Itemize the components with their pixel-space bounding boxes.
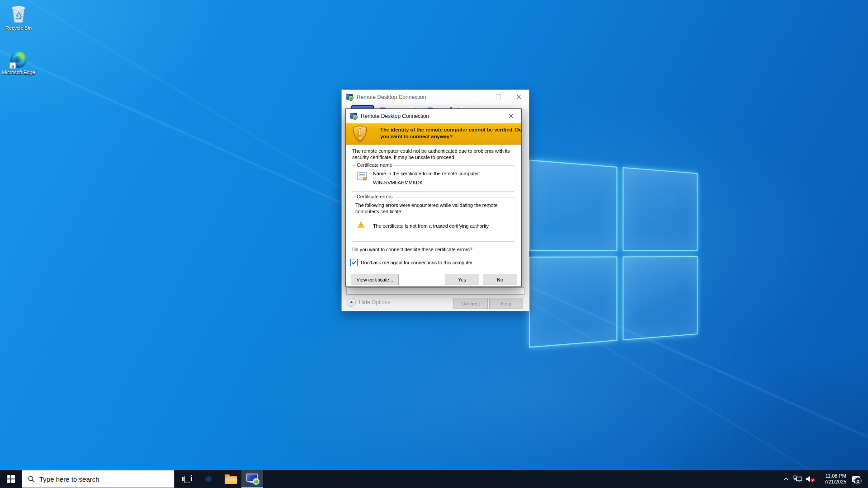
warning-shield-icon bbox=[352, 125, 368, 144]
close-icon bbox=[516, 94, 521, 99]
network-tray-icon[interactable] bbox=[792, 470, 804, 488]
windows-logo-pane bbox=[623, 256, 698, 340]
maximize-icon bbox=[496, 94, 501, 99]
help-button: Help bbox=[489, 298, 523, 309]
warning-heading-line1: The identity of the remote computer cann… bbox=[380, 127, 522, 133]
no-button[interactable]: No bbox=[483, 274, 517, 285]
window-title: Remote Desktop Connection bbox=[357, 94, 426, 100]
dialog-close-button[interactable] bbox=[501, 109, 521, 123]
show-hidden-icons-button[interactable] bbox=[781, 470, 792, 488]
hide-options-button[interactable]: Hide Options bbox=[347, 298, 390, 307]
clock-date: 7/21/2025 bbox=[824, 479, 846, 485]
certificate-warning-dialog: Remote Desktop Connection The identity o… bbox=[345, 108, 522, 287]
windows-logo-pane bbox=[529, 160, 617, 251]
warning-heading: The identity of the remote computer cann… bbox=[380, 127, 522, 140]
minimize-icon bbox=[476, 97, 481, 97]
desktop-icon-recycle-bin[interactable]: Recycle Bin bbox=[1, 4, 36, 31]
shortcut-arrow-icon bbox=[9, 62, 16, 69]
certificate-errors-description: The following errors were encountered wh… bbox=[355, 202, 510, 215]
chevron-up-circle-icon bbox=[347, 298, 356, 307]
chevron-up-icon bbox=[783, 477, 789, 481]
task-view-icon bbox=[182, 475, 192, 483]
checkbox-label: Don't ask me again for connections to th… bbox=[361, 260, 473, 265]
no-label: No bbox=[497, 277, 503, 282]
connect-button: Connect bbox=[453, 298, 488, 309]
clock-time: 11:08 PM bbox=[826, 473, 846, 479]
certificate-name-group: Certificate name Name in the certificate… bbox=[351, 165, 515, 192]
desktop-icon-label: Recycle Bin bbox=[1, 25, 36, 31]
desktop-icon-microsoft-edge[interactable]: Microsoft Edge bbox=[1, 48, 36, 75]
minimize-button[interactable] bbox=[468, 90, 488, 104]
view-certificate-label: View certificate... bbox=[356, 277, 393, 282]
file-explorer-icon bbox=[225, 474, 237, 484]
taskbar: Type here to search bbox=[0, 470, 868, 488]
search-placeholder: Type here to search bbox=[39, 475, 99, 483]
dialog-title: Remote Desktop Connection bbox=[361, 113, 429, 119]
windows-logo-pane bbox=[623, 167, 698, 251]
speaker-muted-icon bbox=[806, 475, 816, 483]
certificate-name-label: Name in the certificate from the remote … bbox=[373, 171, 480, 176]
edge-icon bbox=[203, 473, 215, 485]
start-button[interactable] bbox=[0, 470, 22, 488]
dialog-titlebar[interactable]: Remote Desktop Connection bbox=[346, 109, 521, 123]
search-icon bbox=[28, 475, 35, 483]
certificate-errors-group: Certificate errors The following errors … bbox=[351, 197, 515, 242]
taskbar-file-explorer-button[interactable] bbox=[220, 470, 241, 488]
group-label: Certificate name bbox=[355, 162, 394, 168]
dont-ask-again-checkbox-row[interactable]: Don't ask me again for connections to th… bbox=[350, 259, 473, 266]
network-icon bbox=[793, 475, 802, 483]
taskbar-clock[interactable]: 11:08 PM 7/21/2025 bbox=[817, 470, 847, 488]
warning-banner: The identity of the remote computer cann… bbox=[346, 123, 521, 145]
recycle-bin-icon bbox=[1, 4, 36, 23]
connect-question: Do you want to connect despite these cer… bbox=[352, 247, 472, 252]
taskbar-rdp-button-active[interactable] bbox=[241, 470, 263, 488]
connect-label: Connect bbox=[462, 301, 480, 306]
system-tray: 11:08 PM 7/21/2025 2 bbox=[781, 470, 868, 488]
edge-icon bbox=[1, 48, 36, 68]
desktop-icon-label: Microsoft Edge bbox=[1, 70, 36, 75]
warning-triangle-icon bbox=[357, 221, 365, 230]
view-certificate-button[interactable]: View certificate... bbox=[351, 274, 399, 285]
hide-options-label: Hide Options bbox=[359, 299, 390, 305]
yes-button[interactable]: Yes bbox=[445, 274, 479, 285]
yes-label: Yes bbox=[458, 277, 466, 282]
checkbox-checked-icon[interactable] bbox=[350, 259, 358, 266]
options-panel-edge bbox=[346, 287, 524, 295]
rdp-app-icon bbox=[346, 94, 354, 101]
task-view-button[interactable] bbox=[176, 470, 198, 488]
windows-logo bbox=[529, 160, 698, 347]
windows-start-icon bbox=[7, 475, 15, 483]
help-label: Help bbox=[501, 301, 511, 306]
maximize-button-disabled bbox=[488, 90, 509, 104]
certificate-name-value: WIN-RVM0AHMMKDK bbox=[373, 180, 423, 185]
close-button[interactable] bbox=[509, 90, 529, 104]
windows-logo-pane bbox=[529, 256, 617, 347]
notification-count-badge: 2 bbox=[854, 477, 862, 484]
taskbar-edge-button[interactable] bbox=[198, 470, 220, 488]
dialog-intro-text: The remote computer could not be authent… bbox=[352, 148, 515, 160]
action-center-button[interactable]: 2 bbox=[847, 470, 864, 488]
rdp-icon bbox=[246, 474, 259, 484]
warning-heading-line2: you want to connect anyway? bbox=[380, 133, 522, 140]
certificate-error-text: The certificate is not from a trusted ce… bbox=[373, 223, 490, 229]
close-icon bbox=[509, 113, 514, 118]
certificate-icon bbox=[357, 172, 368, 182]
group-label: Certificate errors bbox=[355, 194, 395, 199]
volume-muted-tray-icon[interactable] bbox=[804, 470, 817, 488]
rdp-app-icon bbox=[350, 113, 358, 120]
search-box[interactable]: Type here to search bbox=[22, 470, 175, 488]
